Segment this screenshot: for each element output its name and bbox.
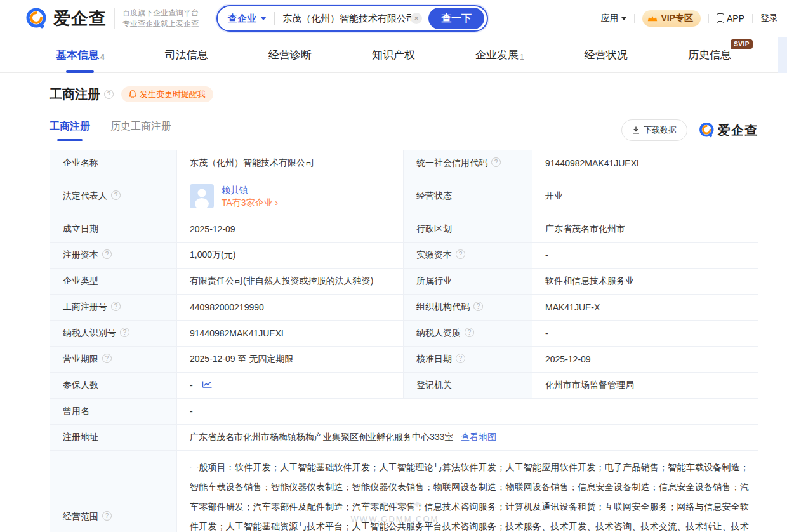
search-divider	[274, 12, 275, 25]
help-icon[interactable]: ?	[491, 157, 501, 167]
field-value-legal-rep: 赖其镇 TA有3家企业 ›	[177, 176, 404, 216]
help-icon[interactable]: ?	[473, 302, 483, 311]
help-icon[interactable]: ?	[102, 249, 112, 259]
field-label-paid-capital: 实缴资本?	[404, 243, 532, 269]
clear-search-icon[interactable]: ×	[411, 13, 422, 24]
search-button[interactable]: 查一下	[428, 8, 484, 29]
table-row: 企业类型 有限责任公司(非自然人投资或控股的法人独资) 所属行业 软件和信息技术…	[50, 269, 758, 295]
tab-label: 企业发展	[475, 49, 519, 61]
vip-zone-label: VIP专区	[661, 13, 693, 24]
table-row: 工商注册号? 440982000219990 组织机构代码? MAK41JUE-…	[50, 295, 758, 321]
tab-label: 基本信息	[56, 49, 99, 61]
help-icon[interactable]: ?	[102, 354, 112, 363]
tab-operating-status[interactable]: 经营状况	[585, 37, 628, 73]
login-link[interactable]: 登录	[760, 13, 778, 24]
tagline-line1: 百度旗下企业查询平台	[122, 8, 199, 18]
app-download-link[interactable]: APP	[717, 13, 744, 23]
chevron-right-icon: ›	[275, 197, 279, 208]
table-row: 曾用名 -	[50, 399, 758, 425]
field-value-admin-division: 广东省茂名市化州市	[532, 216, 758, 243]
chevron-down-icon	[621, 17, 626, 20]
field-label-approval-date: 核准日期?	[404, 347, 532, 373]
help-icon[interactable]: ?	[456, 354, 465, 363]
aiqicha-logo-icon	[699, 122, 715, 138]
label-text: 注册资本	[63, 249, 98, 260]
change-reminder-button[interactable]: 发生变更时提醒我	[121, 86, 213, 102]
subtab-row: 工商注册 历史工商注册 下载数据 爱企查	[50, 119, 758, 141]
field-label-business-scope: 经营范围?	[50, 451, 177, 532]
field-value-reg-authority: 化州市市场监督管理局	[532, 373, 758, 399]
tab-business-diagnosis[interactable]: 经营诊断	[268, 37, 312, 73]
vip-zone-button[interactable]: VIP专区	[642, 10, 701, 27]
field-label-legal-rep: 法定代表人?	[50, 176, 177, 216]
label-text: 实缴资本	[416, 249, 452, 260]
field-label-taxpayer-id: 纳税人识别号?	[50, 321, 177, 347]
related-companies-text: TA有3家企业	[222, 197, 273, 208]
view-map-link[interactable]: 查看地图	[461, 432, 496, 442]
tab-count: 4	[100, 53, 105, 62]
login-label: 登录	[760, 13, 778, 24]
section-title: 工商注册	[50, 86, 100, 103]
field-label-reg-capital: 注册资本?	[50, 243, 177, 269]
svip-badge: SVIP	[731, 39, 753, 49]
label-text: 核准日期	[416, 354, 452, 364]
tab-company-development[interactable]: 企业发展1	[475, 37, 524, 73]
search-category-dropdown[interactable]: 查企业	[228, 13, 267, 25]
field-value-reg-address: 广东省茂名市化州市杨梅镇杨梅产业集聚区创业孵化服务中心333室 查看地图	[177, 425, 758, 451]
main-tabbar: 基本信息4 司法信息 经营诊断 知识产权 企业发展1 经营状况 历史信息 SVI…	[0, 37, 787, 73]
tab-label: 历史信息	[688, 49, 731, 61]
search-box: 查企业 × 查一下	[216, 5, 488, 32]
tab-label: 经营状况	[585, 49, 628, 61]
help-icon[interactable]: ?	[104, 90, 114, 99]
label-text: 纳税人识别号	[63, 328, 116, 338]
trend-chart-icon[interactable]	[202, 380, 213, 390]
field-value-insured-count: -	[177, 373, 404, 399]
legal-rep-companies-link[interactable]: TA有3家企业 ›	[222, 197, 278, 208]
table-row: 纳税人识别号? 91440982MAK41JUEXL 纳税人资质? -	[50, 321, 758, 347]
legal-rep-avatar[interactable]	[190, 184, 214, 208]
help-icon[interactable]: ?	[120, 328, 129, 337]
bell-icon	[129, 90, 136, 98]
help-icon[interactable]: ?	[456, 249, 465, 259]
header-nav: 应用 VIP专区 APP 登录	[600, 10, 778, 27]
field-value-company-name: 东茂（化州）智能技术有限公司	[177, 150, 404, 176]
subtab-history-registration[interactable]: 历史工商注册	[110, 120, 171, 141]
table-row: 营业期限? 2025-12-09 至 无固定期限 核准日期? 2025-12-0…	[50, 347, 758, 373]
search-input[interactable]	[282, 13, 411, 24]
field-label-industry: 所属行业	[404, 269, 532, 295]
apps-menu-label: 应用	[600, 13, 618, 24]
download-data-button[interactable]: 下载数据	[621, 119, 687, 141]
field-value-credit-code: 91440982MAK41JUEXL	[532, 150, 758, 176]
help-icon[interactable]: ?	[465, 328, 474, 337]
aiqicha-logo[interactable]: 爱企查 百度旗下企业查询平台 专业查企业就上爱企查	[25, 7, 199, 30]
legal-rep-name-link[interactable]: 赖其镇	[222, 185, 248, 195]
field-label-establish-date: 成立日期	[50, 216, 177, 243]
logo-tagline: 百度旗下企业查询平台 专业查企业就上爱企查	[114, 8, 199, 29]
field-value-taxpayer-id: 91440982MAK41JUEXL	[177, 321, 404, 347]
field-value-reg-capital: 1,000万(元)	[177, 243, 404, 269]
aiqicha-watermark-logo: 爱企查	[699, 122, 758, 139]
download-icon	[632, 126, 640, 134]
apps-menu[interactable]: 应用	[600, 13, 626, 24]
insured-count-value: -	[190, 380, 193, 390]
field-label-org-code: 组织机构代码?	[404, 295, 532, 321]
field-value-business-scope: 一般项目：软件开发；人工智能基础软件开发；人工智能理论与算法软件开发；人工智能应…	[177, 451, 758, 532]
tab-basic-info[interactable]: 基本信息4	[56, 37, 105, 73]
tab-intellectual-property[interactable]: 知识产权	[372, 37, 415, 73]
field-value-establish-date: 2025-12-09	[177, 216, 404, 243]
subtab-business-registration[interactable]: 工商注册	[50, 120, 90, 141]
tab-history-info[interactable]: 历史信息 SVIP	[688, 37, 731, 73]
tab-label: 司法信息	[165, 49, 208, 61]
tab-label: 经营诊断	[268, 49, 312, 61]
crown-icon	[647, 15, 658, 22]
field-value-approval-date: 2025-12-09	[532, 347, 758, 373]
field-label-insured-count: 参保人数	[50, 373, 177, 399]
field-value-taxpayer-qual: -	[532, 321, 758, 347]
field-value-former-name: -	[177, 399, 758, 425]
help-icon[interactable]: ?	[102, 511, 112, 521]
app-label: APP	[727, 13, 744, 23]
help-icon[interactable]: ?	[111, 190, 121, 200]
tab-judicial-info[interactable]: 司法信息	[165, 37, 208, 73]
help-icon[interactable]: ?	[111, 302, 121, 311]
field-value-org-code: MAK41JUE-X	[532, 295, 758, 321]
